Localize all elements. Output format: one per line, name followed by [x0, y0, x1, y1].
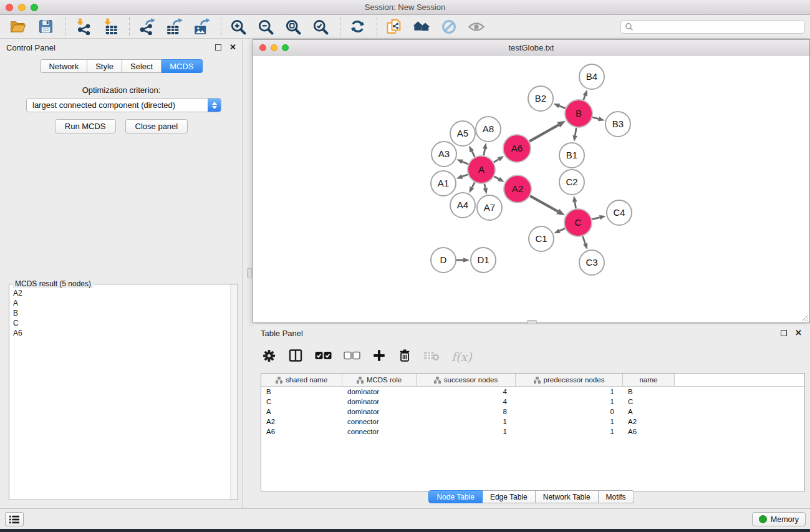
result-item[interactable]: A6 — [13, 328, 226, 338]
minimize-window-button[interactable] — [18, 4, 26, 11]
table-cell[interactable]: A2 — [261, 418, 342, 425]
table-row[interactable]: A2connector11A2 — [261, 417, 804, 427]
result-item[interactable]: A — [13, 298, 226, 308]
criterion-dropdown[interactable]: largest connected component (directed) — [26, 98, 221, 112]
memory-button[interactable]: Memory — [752, 512, 806, 526]
graph-edge[interactable] — [463, 162, 468, 164]
column-header-successor-nodes[interactable]: successor nodes — [417, 374, 516, 386]
column-visibility-button[interactable] — [288, 348, 303, 365]
graph-edge[interactable] — [559, 228, 565, 231]
table-cell[interactable]: dominator — [342, 388, 417, 395]
table-cell[interactable]: 4 — [417, 388, 516, 395]
zoom-in-button[interactable] — [229, 18, 248, 36]
table-cell[interactable]: 1 — [516, 388, 623, 395]
result-item[interactable]: C — [13, 318, 226, 328]
graph-edge[interactable] — [584, 95, 586, 100]
column-header-MCDS-role[interactable]: MCDS role — [342, 374, 417, 386]
maximize-window-button[interactable] — [31, 4, 38, 11]
close-window-button[interactable] — [6, 4, 13, 11]
table-cell[interactable]: B — [261, 388, 342, 395]
graph-edge[interactable] — [494, 159, 499, 162]
graph-edge[interactable] — [575, 128, 576, 136]
graph-edge[interactable] — [494, 177, 499, 179]
table-cell[interactable]: C — [623, 398, 675, 405]
table-cell[interactable]: 1 — [417, 418, 516, 425]
close-panel-icon[interactable]: ✕ — [229, 44, 236, 51]
search-input[interactable] — [636, 22, 801, 31]
graph-edge[interactable] — [592, 218, 600, 220]
graph-edge[interactable] — [484, 149, 485, 156]
maximize-view-button[interactable] — [282, 44, 289, 51]
float-panel-icon[interactable] — [215, 44, 221, 51]
table-cell[interactable]: B — [623, 388, 675, 395]
table-cell[interactable]: 1 — [417, 428, 516, 435]
graph-edge[interactable] — [485, 183, 486, 188]
result-item[interactable]: B — [13, 308, 226, 318]
column-header-shared-name[interactable]: shared name — [261, 374, 342, 386]
tab-mcds[interactable]: MCDS — [162, 59, 202, 73]
table-cell[interactable]: A — [623, 408, 675, 415]
table-settings-button[interactable] — [262, 349, 276, 365]
table-cell[interactable]: 4 — [417, 398, 516, 405]
table-row[interactable]: Bdominator41B — [261, 387, 804, 397]
table-cell[interactable]: dominator — [342, 398, 417, 405]
task-history-button[interactable] — [5, 512, 24, 526]
open-session-button[interactable] — [9, 18, 27, 36]
graph-edge[interactable] — [582, 236, 585, 244]
delete-column-button[interactable] — [398, 349, 412, 365]
home-view-button[interactable] — [412, 18, 431, 36]
graph-edge[interactable] — [472, 182, 475, 187]
zoom-fit-button[interactable] — [284, 18, 302, 36]
table-cell[interactable]: 1 — [516, 398, 623, 405]
close-panel-button[interactable]: Close panel — [125, 119, 188, 133]
close-view-button[interactable] — [259, 44, 266, 51]
table-cell[interactable]: connector — [342, 418, 417, 425]
zoom-selected-button[interactable] — [311, 18, 330, 36]
export-network-button[interactable] — [137, 18, 156, 36]
tab-node-table[interactable]: Node Table — [428, 490, 483, 503]
table-cell[interactable]: 0 — [516, 408, 623, 415]
tab-network-table[interactable]: Network Table — [536, 490, 599, 503]
table-cell[interactable]: A — [261, 408, 342, 415]
float-table-panel-icon[interactable] — [781, 330, 787, 336]
import-table-button[interactable] — [100, 18, 119, 36]
table-cell[interactable]: 1 — [516, 428, 623, 435]
tab-edge-table[interactable]: Edge Table — [483, 490, 536, 503]
network-canvas[interactable]: B4B2BB3A5A8A6A3B1AA1C2A2A4A7C4CC1C3DD1 — [253, 56, 809, 322]
window-resize-grip[interactable] — [801, 314, 809, 322]
graph-edge[interactable] — [575, 202, 576, 209]
graph-edge[interactable] — [530, 196, 558, 211]
tab-style[interactable]: Style — [87, 59, 122, 73]
column-header-predecessor-nodes[interactable]: predecessor nodes — [516, 374, 623, 386]
table-cell[interactable]: 8 — [417, 408, 516, 415]
add-column-button[interactable] — [372, 349, 386, 365]
function-builder-button[interactable]: f(x) — [451, 350, 472, 364]
search-box[interactable] — [620, 20, 805, 34]
show-graphics-details-button[interactable] — [467, 18, 486, 36]
run-mcds-button[interactable]: Run MCDS — [55, 119, 116, 133]
tab-network[interactable]: Network — [40, 59, 87, 73]
table-cell[interactable]: 1 — [516, 418, 623, 425]
export-image-button[interactable] — [192, 18, 211, 36]
graph-edge[interactable] — [529, 125, 559, 141]
table-row[interactable]: A6connector11A6 — [261, 427, 804, 437]
result-item[interactable]: A2 — [13, 288, 226, 298]
graph-edge[interactable] — [592, 117, 599, 119]
close-table-panel-icon[interactable]: ✕ — [795, 330, 802, 336]
graph-edge[interactable] — [559, 106, 566, 109]
delete-table-button[interactable] — [423, 350, 440, 364]
result-scrollbar[interactable] — [230, 284, 238, 500]
save-session-button[interactable] — [36, 18, 55, 36]
hide-graphics-details-button[interactable] — [440, 18, 458, 36]
table-cell[interactable]: C — [261, 398, 342, 405]
graph-edge[interactable] — [472, 151, 475, 157]
table-cell[interactable]: A6 — [261, 428, 342, 435]
refresh-layout-button[interactable] — [348, 18, 367, 36]
tab-select[interactable]: Select — [122, 59, 162, 73]
horizontal-splitter-handle[interactable] — [527, 320, 537, 324]
deselect-all-columns-button[interactable] — [344, 351, 360, 362]
table-cell[interactable]: connector — [342, 428, 417, 435]
vertical-splitter-handle[interactable] — [247, 268, 252, 278]
table-cell[interactable]: A6 — [623, 428, 675, 435]
duplicate-network-button[interactable] — [385, 18, 403, 36]
